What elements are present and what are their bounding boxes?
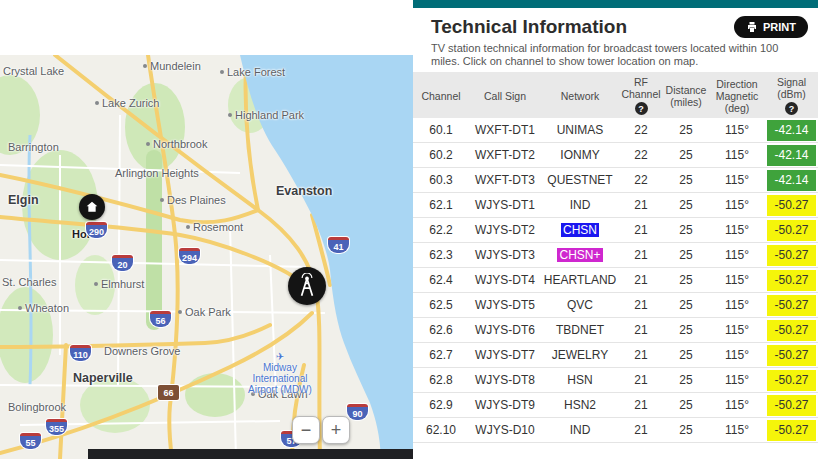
help-icon[interactable]: ? bbox=[635, 102, 648, 115]
network-cell: UNIMAS bbox=[541, 118, 619, 143]
map-label-evanston: Evanston bbox=[276, 184, 332, 198]
table-row: 60.2WXFT-DT2IONMY2225115°-42.14 bbox=[413, 143, 818, 168]
channel-cell[interactable]: 60.3 bbox=[413, 168, 469, 193]
signal-value: -50.27 bbox=[767, 370, 816, 391]
network-cell: HSN2 bbox=[541, 393, 619, 418]
panel-topbar bbox=[413, 0, 818, 8]
map-label-downers-grove: Downers Grove bbox=[104, 345, 180, 357]
home-marker[interactable] bbox=[79, 194, 105, 220]
network-cell: IND bbox=[541, 418, 619, 443]
zoom-in-button[interactable]: + bbox=[322, 416, 350, 444]
signal-cell: -50.27 bbox=[765, 418, 818, 443]
highway-shield-66: 66 bbox=[158, 385, 179, 400]
network-cell: TBDNET bbox=[541, 318, 619, 343]
signal-value: -42.14 bbox=[767, 120, 816, 141]
print-button[interactable]: PRINT bbox=[734, 16, 808, 38]
map-label-des-plaines: Des Plaines bbox=[160, 194, 226, 206]
channel-cell[interactable]: 62.4 bbox=[413, 268, 469, 293]
channel-cell[interactable]: 62.3 bbox=[413, 243, 469, 268]
signal-cell: -50.27 bbox=[765, 293, 818, 318]
direction-cell: 115° bbox=[709, 368, 765, 393]
town-dot-icon bbox=[160, 198, 164, 202]
help-icon[interactable]: ? bbox=[785, 102, 798, 115]
rf-channel-cell: 21 bbox=[619, 293, 663, 318]
network-label: QUESTNET bbox=[547, 173, 612, 187]
call-sign-cell: WJYS-DT8 bbox=[469, 368, 541, 393]
channel-cell[interactable]: 60.2 bbox=[413, 143, 469, 168]
channel-cell[interactable]: 60.1 bbox=[413, 118, 469, 143]
map-label-rosemont: Rosemont bbox=[186, 221, 243, 233]
direction-cell: 115° bbox=[709, 293, 765, 318]
channel-cell[interactable]: 62.2 bbox=[413, 218, 469, 243]
rf-channel-cell: 21 bbox=[619, 393, 663, 418]
highway-shield-20: 20 bbox=[112, 255, 133, 271]
signal-value: -50.27 bbox=[767, 270, 816, 291]
map-label-st-charles: St. Charles bbox=[2, 276, 56, 288]
channel-cell[interactable]: 62.7 bbox=[413, 343, 469, 368]
col-header-callsign: Call Sign bbox=[469, 72, 541, 118]
network-label: IONMY bbox=[560, 148, 599, 162]
table-row: 60.1WXFT-DT1UNIMAS2225115°-42.14 bbox=[413, 118, 818, 143]
channel-cell[interactable]: 62.8 bbox=[413, 368, 469, 393]
airport-label-line: Airport (MDW) bbox=[248, 384, 312, 395]
network-label: IND bbox=[570, 423, 591, 437]
channel-cell[interactable]: 62.6 bbox=[413, 318, 469, 343]
call-sign-cell: WJYS-DT2 bbox=[469, 218, 541, 243]
distance-cell: 25 bbox=[663, 318, 709, 343]
distance-cell: 25 bbox=[663, 393, 709, 418]
town-dot-icon bbox=[146, 142, 150, 146]
network-label: CHSN+ bbox=[557, 248, 602, 262]
town-dot-icon bbox=[143, 64, 147, 68]
town-dot-icon bbox=[94, 282, 98, 286]
technical-info-panel: Technical Information PRINT TV station t… bbox=[413, 0, 818, 459]
airport-label: ✈ MidwayInternationalAirport (MDW) bbox=[248, 351, 312, 395]
signal-value: -50.27 bbox=[767, 320, 816, 341]
table-row: 62.1WJYS-DT1IND2125115°-50.27 bbox=[413, 193, 818, 218]
signal-cell: -50.27 bbox=[765, 343, 818, 368]
call-sign-cell: WXFT-DT3 bbox=[469, 168, 541, 193]
signal-cell: -50.27 bbox=[765, 318, 818, 343]
channel-cell[interactable]: 62.9 bbox=[413, 393, 469, 418]
rf-channel-cell: 22 bbox=[619, 118, 663, 143]
town-dot-icon bbox=[228, 113, 232, 117]
map-label-elgin: Elgin bbox=[8, 193, 39, 207]
rf-channel-cell: 22 bbox=[619, 168, 663, 193]
rf-channel-cell: 22 bbox=[619, 143, 663, 168]
col-header-distance-miles: Distance(miles) bbox=[663, 72, 709, 118]
town-dot-icon bbox=[95, 101, 99, 105]
house-icon bbox=[84, 199, 100, 215]
signal-value: -42.14 bbox=[767, 170, 816, 191]
network-cell: QUESTNET bbox=[541, 168, 619, 193]
table-row: 62.2WJYS-DT2CHSN2125115°-50.27 bbox=[413, 218, 818, 243]
network-label: TBDNET bbox=[556, 323, 604, 337]
table-row: 62.7WJYS-DT7JEWELRY2125115°-50.27 bbox=[413, 343, 818, 368]
direction-cell: 115° bbox=[709, 193, 765, 218]
zoom-out-button[interactable]: − bbox=[292, 416, 320, 444]
channel-cell[interactable]: 62.10 bbox=[413, 418, 469, 443]
network-label: UNIMAS bbox=[557, 123, 604, 137]
call-sign-cell: WJYS-DT9 bbox=[469, 393, 541, 418]
network-label: QVC bbox=[567, 298, 593, 312]
channel-cell[interactable]: 62.1 bbox=[413, 193, 469, 218]
distance-cell: 25 bbox=[663, 168, 709, 193]
signal-value: -42.14 bbox=[767, 145, 816, 166]
tower-marker[interactable] bbox=[288, 267, 326, 305]
signal-cell: -50.27 bbox=[765, 218, 818, 243]
call-sign-cell: WJYS-D10 bbox=[469, 418, 541, 443]
print-button-label: PRINT bbox=[763, 21, 796, 33]
col-header-rf-channel: RFChannel? bbox=[619, 72, 663, 118]
stations-table: ChannelCall SignNetworkRFChannel?Distanc… bbox=[413, 72, 818, 443]
map-label-highland-park: Highland Park bbox=[228, 109, 304, 121]
map-label-crystal-lake: Crystal Lake bbox=[3, 65, 64, 77]
col-header-direction-magnetic-deg: DirectionMagnetic(deg) bbox=[709, 72, 765, 118]
call-sign-cell: WJYS-DT1 bbox=[469, 193, 541, 218]
map[interactable]: Crystal LakeMundeleinLake ForestLake Zur… bbox=[0, 55, 413, 459]
rf-channel-cell: 21 bbox=[619, 193, 663, 218]
distance-cell: 25 bbox=[663, 343, 709, 368]
signal-cell: -42.14 bbox=[765, 118, 818, 143]
distance-cell: 25 bbox=[663, 368, 709, 393]
channel-cell[interactable]: 62.5 bbox=[413, 293, 469, 318]
map-label-lake-zurich: Lake Zurich bbox=[95, 97, 159, 109]
highway-shield-90: 90 bbox=[347, 404, 368, 420]
highway-shield-294: 294 bbox=[179, 248, 200, 264]
